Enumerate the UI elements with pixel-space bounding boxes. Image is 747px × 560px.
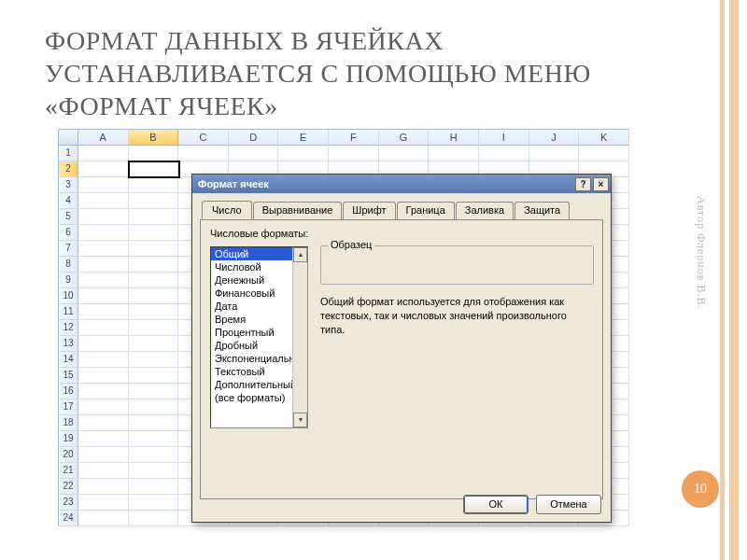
cell[interactable]: [78, 511, 129, 526]
row-header[interactable]: 4: [58, 193, 78, 209]
cell[interactable]: [78, 399, 129, 415]
row-header[interactable]: 21: [58, 463, 78, 479]
row-header[interactable]: 8: [58, 257, 78, 273]
dialog-titlebar[interactable]: Формат ячеек ? ×: [192, 175, 611, 193]
cell[interactable]: [78, 368, 129, 384]
cell[interactable]: [129, 479, 179, 495]
cell[interactable]: [129, 257, 179, 273]
help-button[interactable]: ?: [575, 177, 591, 191]
tab-число[interactable]: Число: [202, 201, 252, 219]
row-header[interactable]: 15: [58, 368, 78, 384]
column-header[interactable]: H: [429, 129, 479, 146]
row-header[interactable]: 23: [58, 495, 78, 511]
listbox-scrollbar[interactable]: ▴ ▾: [292, 247, 307, 427]
cell[interactable]: [78, 288, 129, 304]
cancel-button[interactable]: Отмена: [536, 495, 601, 514]
cell[interactable]: [78, 177, 129, 193]
cell[interactable]: [78, 161, 129, 177]
cell[interactable]: [129, 384, 179, 399]
cell[interactable]: [479, 146, 529, 161]
row-header[interactable]: 1: [58, 146, 78, 161]
cell[interactable]: [278, 146, 329, 161]
cell[interactable]: [78, 273, 129, 288]
cell[interactable]: [229, 146, 279, 161]
cell[interactable]: [129, 146, 179, 161]
cell[interactable]: [78, 447, 129, 463]
column-header[interactable]: F: [329, 129, 379, 146]
column-header[interactable]: K: [579, 129, 629, 146]
cell[interactable]: [78, 384, 129, 399]
cell[interactable]: [129, 511, 179, 526]
row-header[interactable]: 16: [58, 384, 78, 399]
row-header[interactable]: 5: [58, 209, 78, 225]
cell[interactable]: [78, 304, 129, 320]
cell[interactable]: [129, 431, 179, 447]
cell[interactable]: [78, 257, 129, 273]
row-header[interactable]: 14: [58, 352, 78, 368]
row-header[interactable]: 9: [58, 273, 78, 288]
column-header[interactable]: G: [379, 129, 430, 146]
tab-выравнивание[interactable]: Выравнивание: [253, 202, 343, 220]
cell[interactable]: [529, 146, 580, 161]
row-header[interactable]: 24: [58, 511, 78, 526]
row-header[interactable]: 7: [58, 241, 78, 257]
row-header[interactable]: 12: [58, 320, 78, 336]
column-header[interactable]: J: [529, 129, 580, 146]
cell[interactable]: [78, 479, 129, 495]
row-header[interactable]: 10: [58, 288, 78, 304]
tab-граница[interactable]: Граница: [397, 202, 455, 220]
cell[interactable]: [78, 193, 129, 209]
cell[interactable]: [129, 495, 179, 511]
column-header[interactable]: E: [278, 129, 329, 146]
cell[interactable]: [78, 352, 129, 368]
cell[interactable]: [129, 415, 179, 431]
scroll-down-arrow-icon[interactable]: ▾: [293, 413, 307, 427]
cell[interactable]: [78, 146, 129, 161]
cell[interactable]: [129, 320, 179, 336]
row-header[interactable]: 6: [58, 225, 78, 241]
cell[interactable]: [78, 463, 129, 479]
cell[interactable]: [129, 241, 179, 257]
row-header[interactable]: 3: [58, 177, 78, 193]
column-header[interactable]: B: [129, 129, 179, 146]
cell[interactable]: [379, 146, 430, 161]
number-formats-listbox[interactable]: ОбщийЧисловойДенежныйФинансовыйДатаВремя…: [210, 246, 308, 428]
column-header[interactable]: I: [479, 129, 529, 146]
cell[interactable]: [78, 415, 129, 431]
row-header[interactable]: 18: [58, 415, 78, 431]
cell[interactable]: [129, 177, 179, 193]
row-header[interactable]: 20: [58, 447, 78, 463]
row-header[interactable]: 17: [58, 399, 78, 415]
row-header[interactable]: 2: [58, 161, 78, 177]
tab-заливка[interactable]: Заливка: [456, 202, 514, 220]
cell[interactable]: [78, 209, 129, 225]
column-header[interactable]: D: [229, 129, 279, 146]
tab-защита[interactable]: Защита: [514, 202, 570, 220]
column-header[interactable]: C: [178, 129, 229, 146]
cell[interactable]: [429, 146, 479, 161]
cell[interactable]: [78, 320, 129, 336]
ok-button[interactable]: ОК: [463, 495, 529, 514]
cell[interactable]: [129, 273, 179, 288]
cell[interactable]: [129, 161, 179, 177]
cell[interactable]: [78, 241, 129, 257]
cell[interactable]: [129, 368, 179, 384]
cell[interactable]: [78, 225, 129, 241]
cell[interactable]: [78, 495, 129, 511]
cell[interactable]: [129, 288, 179, 304]
close-button[interactable]: ×: [593, 177, 609, 191]
cell[interactable]: [129, 304, 179, 320]
cell[interactable]: [78, 336, 129, 352]
row-header[interactable]: 13: [58, 336, 78, 352]
cell[interactable]: [579, 146, 629, 161]
row-header[interactable]: 19: [58, 431, 78, 447]
scroll-up-arrow-icon[interactable]: ▴: [293, 247, 307, 262]
cell[interactable]: [129, 352, 179, 368]
tab-шрифт[interactable]: Шрифт: [343, 202, 395, 220]
cell[interactable]: [78, 431, 129, 447]
select-all-corner[interactable]: [58, 129, 78, 146]
cell[interactable]: [129, 399, 179, 415]
cell[interactable]: [129, 225, 179, 241]
cell[interactable]: [129, 463, 179, 479]
cell[interactable]: [129, 193, 179, 209]
